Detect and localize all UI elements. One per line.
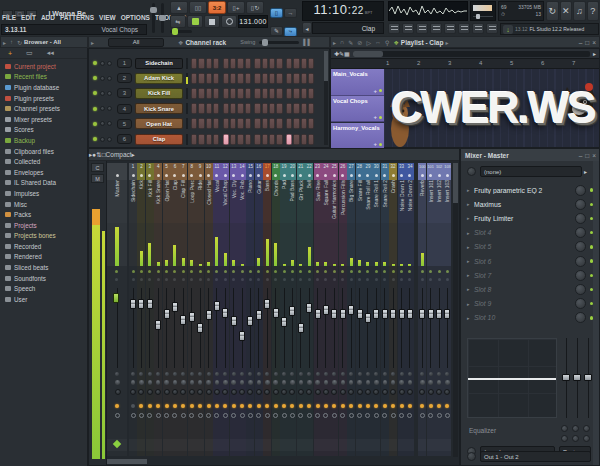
step-button[interactable] bbox=[213, 103, 219, 114]
step-button[interactable] bbox=[301, 58, 307, 69]
step-button[interactable] bbox=[230, 73, 236, 84]
step-button[interactable] bbox=[191, 73, 197, 84]
mixer-strip[interactable]: 1Sidechain bbox=[129, 163, 137, 465]
strip-pan-knob[interactable] bbox=[173, 380, 178, 385]
strip-mute-light[interactable] bbox=[316, 404, 320, 408]
shuffle-button[interactable]: ⇆ bbox=[170, 15, 186, 28]
strip-pan-knob[interactable] bbox=[445, 380, 450, 385]
playlist-minimize-icon[interactable]: – bbox=[579, 39, 583, 46]
refresh-icon[interactable]: ↻ bbox=[17, 39, 22, 46]
step-button[interactable] bbox=[223, 73, 229, 84]
strip-stereo-knob[interactable] bbox=[148, 372, 152, 376]
browser-item[interactable]: Rendered bbox=[0, 252, 87, 263]
step-button[interactable] bbox=[213, 118, 219, 129]
channel-volume-knob[interactable] bbox=[107, 121, 112, 126]
mic-icon[interactable]: ♫ bbox=[573, 1, 586, 21]
strip-mute-light[interactable] bbox=[408, 404, 412, 408]
strip-fader-handle[interactable] bbox=[239, 331, 245, 341]
step-button[interactable] bbox=[223, 58, 229, 69]
strip-pan-knob[interactable] bbox=[265, 380, 270, 385]
mp-close-icon[interactable]: × bbox=[592, 152, 596, 159]
step-button[interactable] bbox=[286, 73, 292, 84]
slot-arrow-icon[interactable]: ▸ bbox=[467, 244, 474, 250]
strip-eq-knob[interactable] bbox=[315, 389, 321, 395]
strip-eq-knob[interactable] bbox=[130, 389, 136, 395]
channel-number[interactable]: 1 bbox=[117, 58, 132, 68]
step-button[interactable] bbox=[269, 58, 275, 69]
strip-mute-light[interactable] bbox=[215, 404, 219, 408]
strip-footer[interactable] bbox=[435, 439, 443, 451]
strip-fader-handle[interactable] bbox=[348, 305, 354, 315]
slot-mix-knob[interactable] bbox=[575, 241, 586, 252]
strip-fader-handle[interactable] bbox=[256, 310, 262, 320]
strip-clock-icon[interactable] bbox=[332, 413, 337, 418]
browser-item[interactable]: Soundfonts bbox=[0, 273, 87, 284]
strip-fader-handle[interactable] bbox=[247, 316, 253, 326]
mixer-strip[interactable]: 19Pad bbox=[280, 163, 288, 465]
channel-button[interactable]: Open Hat bbox=[135, 118, 183, 129]
mute-tool-icon[interactable]: ⊘ bbox=[357, 39, 362, 46]
effect-slot[interactable]: ▸Slot 8 bbox=[467, 282, 593, 296]
step-button[interactable] bbox=[269, 118, 275, 129]
step-button[interactable] bbox=[276, 73, 282, 84]
pattern-prev-button[interactable]: ◂ bbox=[302, 22, 312, 34]
eq-freq2-knob[interactable] bbox=[572, 425, 579, 432]
step-button[interactable] bbox=[254, 134, 260, 145]
mixer-strip[interactable]: 14Voc. Rvb bbox=[238, 163, 246, 465]
step-button[interactable] bbox=[213, 134, 219, 145]
browser-item[interactable]: Plugin database bbox=[0, 82, 87, 93]
strip-fader-handle[interactable] bbox=[399, 309, 405, 319]
step-button[interactable] bbox=[262, 73, 268, 84]
slot-mix-knob[interactable] bbox=[575, 256, 586, 267]
channel-volume-knob[interactable] bbox=[107, 137, 112, 142]
strip-fader-handle[interactable] bbox=[436, 309, 442, 319]
mp-minimize-icon[interactable]: – bbox=[579, 152, 583, 159]
strip-pan-knob[interactable] bbox=[324, 380, 329, 385]
step-button[interactable] bbox=[230, 103, 236, 114]
strip-mute-light[interactable] bbox=[429, 404, 433, 408]
time-display[interactable]: 11:10: 22 BPT bbox=[302, 1, 384, 21]
browser-item[interactable]: User bbox=[0, 294, 87, 305]
step-button[interactable] bbox=[230, 118, 236, 129]
mixer-vscrollbar[interactable] bbox=[453, 163, 458, 457]
strip-stereo-knob[interactable] bbox=[383, 372, 387, 376]
step-button[interactable] bbox=[254, 73, 260, 84]
play-button[interactable] bbox=[187, 15, 203, 28]
touch-controller-toggle-icon[interactable] bbox=[486, 23, 498, 34]
slot-arrow-icon[interactable]: ▸ bbox=[467, 315, 474, 321]
mixer-strip[interactable]: 11Vocal bbox=[213, 163, 221, 465]
strip-mute-light[interactable] bbox=[115, 404, 119, 408]
strip-footer[interactable] bbox=[196, 439, 204, 451]
multilink-button[interactable]: ✎ bbox=[270, 26, 283, 36]
mixer-strip[interactable]: 17Bass bbox=[263, 163, 271, 465]
eq-width3-knob[interactable] bbox=[583, 435, 590, 442]
browser-item[interactable]: Projects bones bbox=[0, 231, 87, 242]
step-button[interactable] bbox=[301, 134, 307, 145]
strip-stereo-knob[interactable] bbox=[207, 372, 211, 376]
mixer-strip[interactable]: 26Percussion Fills bbox=[339, 163, 347, 465]
slot-arrow-icon[interactable]: ▸ bbox=[467, 301, 474, 307]
step-button[interactable] bbox=[237, 103, 243, 114]
mixer-strip[interactable]: 12Vocal Chop bbox=[221, 163, 229, 465]
strip-fader-handle[interactable] bbox=[373, 309, 379, 319]
mixer-strip[interactable]: 7Clap Fill bbox=[179, 163, 187, 465]
mixer-strip[interactable]: 10Closed Hat bbox=[205, 163, 213, 465]
strip-stereo-knob[interactable] bbox=[316, 372, 320, 376]
step-button[interactable] bbox=[254, 103, 260, 114]
strip-eq-knob[interactable] bbox=[399, 389, 405, 395]
browser-item[interactable]: IL Shared Data bbox=[0, 178, 87, 189]
strip-eq-knob[interactable] bbox=[281, 389, 287, 395]
playlist-toggle-icon[interactable] bbox=[388, 23, 400, 34]
slot-arrow-icon[interactable]: ▸ bbox=[467, 215, 474, 221]
strip-footer[interactable] bbox=[263, 439, 271, 451]
tempo-display[interactable]: 131.000 bbox=[238, 15, 268, 28]
strip-footer[interactable] bbox=[238, 439, 246, 451]
strip-footer[interactable] bbox=[188, 439, 196, 451]
playlist-track-header[interactable]: Main_Vocals+ bbox=[331, 69, 384, 96]
slip-tool-icon[interactable]: ↔ bbox=[375, 39, 381, 45]
mixer-strip[interactable]: 13Voc. Dly bbox=[230, 163, 238, 465]
strip-eq-knob[interactable] bbox=[214, 389, 220, 395]
strip-eq-knob[interactable] bbox=[382, 389, 388, 395]
channel-rack-toggle-icon[interactable] bbox=[402, 23, 414, 34]
step-button[interactable] bbox=[191, 103, 197, 114]
